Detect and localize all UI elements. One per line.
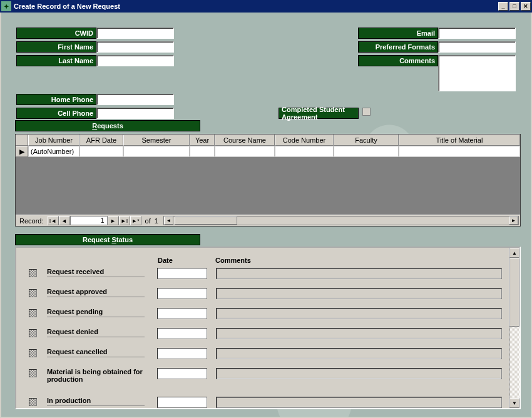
status-row-pending: Request pending — [29, 308, 502, 322]
cell-code-number[interactable] — [275, 146, 334, 157]
status-date-field[interactable] — [157, 368, 207, 379]
requests-header-row: Job Number AFR Date Semester Year Course… — [16, 135, 520, 146]
cell-title[interactable] — [399, 146, 520, 157]
close-button[interactable]: ✕ — [521, 2, 531, 11]
status-comments-header: Comments — [215, 257, 502, 264]
status-label: Request denied — [47, 328, 145, 337]
table-row[interactable]: ▶ (AutoNumber) — [16, 146, 520, 157]
last-name-field[interactable] — [96, 55, 174, 66]
status-comment-field[interactable] — [216, 308, 502, 319]
status-date-field[interactable] — [157, 268, 207, 279]
requests-hscrollbar[interactable]: ◄ ► — [163, 216, 519, 225]
cell-faculty[interactable] — [334, 146, 399, 157]
scroll-up-button[interactable]: ▲ — [509, 248, 519, 258]
home-phone-field[interactable] — [96, 94, 174, 105]
col-code-number[interactable]: Code Number — [275, 135, 334, 146]
col-faculty[interactable]: Faculty — [334, 135, 399, 146]
comments-field[interactable] — [438, 55, 516, 91]
status-date-field[interactable] — [157, 397, 207, 408]
status-label: In production — [47, 397, 145, 406]
request-status-section-header: Request Status — [15, 234, 200, 245]
requests-subform: Job Number AFR Date Semester Year Course… — [15, 134, 521, 227]
cell-year[interactable] — [190, 146, 215, 157]
preferred-formats-field[interactable] — [438, 41, 516, 53]
cell-job-number[interactable]: (AutoNumber) — [28, 146, 79, 157]
window-titlebar: ✦ Create Record of a New Request _ □ ✕ — [0, 0, 532, 13]
nav-new-button[interactable]: ►* — [130, 216, 141, 225]
cell-semester[interactable] — [123, 146, 190, 157]
record-label: Record: — [16, 217, 48, 225]
minimize-button[interactable]: _ — [498, 2, 508, 11]
status-row-obtaining: Material is being obtained for productio… — [29, 368, 502, 390]
comments-label: Comments — [358, 55, 438, 66]
status-comment-field[interactable] — [216, 397, 502, 408]
agreement-checkbox[interactable] — [362, 108, 371, 116]
status-checkbox[interactable] — [29, 289, 37, 297]
status-date-field[interactable] — [157, 308, 207, 319]
status-row-cancelled: Request cancelled — [29, 348, 502, 362]
nav-last-button[interactable]: ►I — [119, 216, 130, 225]
status-row-in-production: In production — [29, 397, 502, 408]
cell-afr-date[interactable] — [79, 146, 123, 157]
status-checkbox[interactable] — [29, 369, 37, 377]
scroll-track[interactable] — [509, 258, 519, 398]
status-checkbox[interactable] — [29, 269, 37, 277]
status-comment-field[interactable] — [216, 268, 502, 279]
home-phone-label: Home Phone — [16, 94, 96, 105]
preferred-formats-label: Preferred Formats — [358, 41, 438, 53]
scroll-left-button[interactable]: ◄ — [164, 217, 173, 225]
cwid-field[interactable] — [96, 28, 174, 39]
record-navigator: Record: I◄ ◄ 1 ► ►I ►* of 1 ◄ ► — [16, 215, 520, 226]
status-date-field[interactable] — [157, 288, 207, 299]
status-checkbox[interactable] — [29, 309, 37, 317]
nav-next-button[interactable]: ► — [108, 216, 119, 225]
status-date-header: Date — [158, 257, 215, 264]
scroll-thumb[interactable] — [175, 217, 237, 225]
requests-section-header: Requests — [15, 120, 200, 131]
col-semester[interactable]: Semester — [123, 135, 190, 146]
status-row-approved: Request approved — [29, 288, 502, 302]
col-year[interactable]: Year — [190, 135, 215, 146]
col-title-of-material[interactable]: Title of Material — [399, 135, 520, 146]
status-header-row: Date Comments — [158, 257, 502, 264]
email-field[interactable] — [438, 28, 516, 39]
status-comment-field[interactable] — [216, 328, 502, 339]
row-selector-header[interactable] — [16, 135, 28, 146]
status-checkbox[interactable] — [29, 329, 37, 337]
status-date-field[interactable] — [157, 348, 207, 359]
student-info-form: CWID Email First Name Preferred Formats … — [16, 28, 516, 121]
status-vscrollbar[interactable]: ▲ ▼ — [509, 248, 519, 408]
nav-prev-button[interactable]: ◄ — [59, 216, 70, 225]
cell-phone-label: Cell Phone — [16, 108, 96, 119]
first-name-field[interactable] — [96, 41, 174, 53]
window-title: Create Record of a New Request — [14, 3, 497, 10]
record-number-field[interactable]: 1 — [70, 216, 108, 225]
cell-course-name[interactable] — [215, 146, 275, 157]
cell-phone-field[interactable] — [96, 108, 174, 119]
scroll-down-button[interactable]: ▼ — [509, 398, 519, 408]
scroll-thumb[interactable] — [509, 258, 519, 327]
row-selector[interactable]: ▶ — [16, 146, 28, 157]
col-course-name[interactable]: Course Name — [215, 135, 275, 146]
scroll-right-button[interactable]: ► — [509, 217, 518, 225]
email-label: Email — [358, 28, 438, 39]
first-name-label: First Name — [16, 41, 96, 53]
status-checkbox[interactable] — [29, 398, 37, 406]
col-job-number[interactable]: Job Number — [28, 135, 79, 146]
client-area: CWID Email First Name Preferred Formats … — [0, 13, 532, 418]
status-comment-field[interactable] — [216, 348, 502, 359]
col-afr-date[interactable]: AFR Date — [79, 135, 123, 146]
status-row-denied: Request denied — [29, 328, 502, 342]
status-row-received: Request received — [29, 268, 502, 282]
status-label: Request received — [47, 268, 145, 277]
status-comment-field[interactable] — [216, 288, 502, 299]
status-label: Request approved — [47, 288, 145, 297]
status-date-field[interactable] — [157, 328, 207, 339]
cwid-label: CWID — [16, 28, 96, 39]
nav-first-button[interactable]: I◄ — [48, 216, 59, 225]
maximize-button[interactable]: □ — [509, 2, 519, 11]
last-name-label: Last Name — [16, 55, 96, 66]
status-checkbox[interactable] — [29, 349, 37, 357]
status-comment-field[interactable] — [216, 368, 502, 379]
record-of-label: of 1 — [141, 217, 162, 225]
